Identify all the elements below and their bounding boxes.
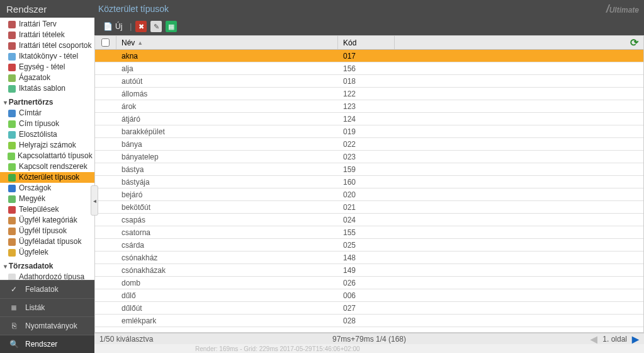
tree-cimtar[interactable]: Címtár bbox=[0, 108, 94, 119]
tree-iktatokonyv-tetel[interactable]: Iktatókönyv - tétel bbox=[0, 51, 94, 62]
table-row[interactable]: akna017 bbox=[95, 50, 643, 62]
cell-name: alja bbox=[116, 64, 338, 73]
tree-irattari-tetel-csoportok-label: Irattári tétel csoportok bbox=[19, 41, 91, 50]
refresh-icon[interactable]: ⟳ bbox=[630, 37, 638, 49]
table-row[interactable]: átjáró124 bbox=[95, 113, 643, 125]
tree-adathordozo-tipusa[interactable]: Adathordozó típusa bbox=[0, 272, 94, 280]
tree-irattari-tetelek[interactable]: Irattári tételek bbox=[0, 30, 94, 40]
col-header-name[interactable]: Név ▲ bbox=[116, 36, 338, 49]
edit-button[interactable]: ✎ bbox=[150, 21, 162, 32]
tree-agazatok[interactable]: Ágazatok bbox=[0, 72, 94, 83]
tree-helyrajzi-szamok[interactable]: Helyrajzi számok bbox=[0, 140, 94, 151]
tree-telepulesek[interactable]: Települések bbox=[0, 204, 94, 215]
group-torzsadatok[interactable]: Törzsadatok bbox=[0, 260, 94, 272]
select-all-checkbox[interactable] bbox=[101, 38, 110, 47]
tree-orszagok-label: Országok bbox=[19, 183, 51, 193]
cell-name: bánya bbox=[116, 140, 338, 149]
nav-feladatok[interactable]: ✓Feladatok bbox=[0, 280, 94, 298]
tree-orszagok-icon bbox=[8, 184, 16, 193]
export-excel-button[interactable]: ▦ bbox=[166, 21, 177, 32]
sidebar-collapse-handle[interactable]: ◂ bbox=[91, 185, 98, 216]
tree-egyseg-tetel[interactable]: Egység - tétel bbox=[0, 62, 94, 72]
cell-name: bástya bbox=[116, 165, 338, 174]
tree-orszagok[interactable]: Országok bbox=[0, 183, 94, 194]
tree-kapcsolattarto-tipusok[interactable]: Kapcsolattartó típusok bbox=[0, 151, 94, 161]
cell-code: 159 bbox=[338, 165, 395, 174]
status-timing: 97ms+79ms 1/4 (168) bbox=[332, 335, 406, 344]
nav-tree: Irattári TervIrattári tételekIrattári té… bbox=[0, 18, 94, 280]
sort-asc-icon: ▲ bbox=[137, 40, 143, 46]
table-row[interactable]: bánya022 bbox=[95, 138, 643, 151]
tree-kozterulet-tipusok[interactable]: Közterület típusok bbox=[0, 172, 94, 183]
table-row[interactable]: alja156 bbox=[95, 62, 643, 75]
delete-button[interactable]: ✖ bbox=[135, 21, 147, 32]
table-row[interactable]: bányatelep023 bbox=[95, 151, 643, 163]
table-row[interactable]: bejáró020 bbox=[95, 188, 643, 201]
table-row[interactable]: dűlőút027 bbox=[95, 302, 643, 315]
cell-code: 020 bbox=[338, 190, 395, 199]
table-row[interactable]: emlékpark028 bbox=[95, 315, 643, 327]
nav-listak-label: Listák bbox=[25, 303, 45, 312]
nav-feladatok-label: Feladatok bbox=[25, 285, 59, 294]
tree-ugyfel-kategoriak[interactable]: Ügyfél kategóriák bbox=[0, 215, 94, 226]
tree-cimtar-icon bbox=[8, 109, 16, 118]
cell-code: 023 bbox=[338, 153, 395, 161]
tree-irattari-terv[interactable]: Irattári Terv bbox=[0, 19, 94, 30]
tree-ugyfelek-icon bbox=[8, 248, 16, 257]
tree-kapcsolt-rendszerek[interactable]: Kapcsolt rendszerek bbox=[0, 161, 94, 172]
table-row[interactable]: csatorna155 bbox=[95, 226, 643, 239]
table-row[interactable]: csónakház148 bbox=[95, 252, 643, 264]
table-row[interactable]: domb026 bbox=[95, 277, 643, 289]
group-partnertorzs[interactable]: Partnertörzs bbox=[0, 96, 94, 108]
table-row[interactable]: csárda025 bbox=[95, 239, 643, 252]
pager-next[interactable]: ▶ bbox=[632, 334, 639, 344]
col-header-code[interactable]: Kód bbox=[338, 36, 395, 49]
table-row[interactable]: barakképület019 bbox=[95, 125, 643, 138]
table-row[interactable]: bástyája160 bbox=[95, 176, 643, 188]
tree-kozterulet-tipusok-icon bbox=[8, 173, 16, 182]
table-row[interactable]: állomás122 bbox=[95, 88, 643, 100]
table-row[interactable]: bekötőút021 bbox=[95, 201, 643, 214]
tree-kozterulet-tipusok-label: Közterület típusok bbox=[19, 173, 79, 182]
tree-adathordozo-tipusa-icon bbox=[8, 273, 16, 281]
bottom-nav: ✓Feladatok≣Listák⎘Nyomtatványok🔍Rendszer bbox=[0, 280, 94, 353]
tree-cim-tipusok[interactable]: Cím típusok bbox=[0, 119, 94, 129]
tree-helyrajzi-szamok-label: Helyrajzi számok bbox=[19, 141, 76, 150]
tree-ugyfel-tipusok[interactable]: Ügyfél típusok bbox=[0, 226, 94, 236]
table-row[interactable]: bástya159 bbox=[95, 163, 643, 176]
pager-prev[interactable]: ◀ bbox=[590, 334, 597, 344]
table-row[interactable]: csónakházak149 bbox=[95, 264, 643, 277]
debug-footer: Render: 169ms - Grid: 229ms 2017-05-29T1… bbox=[94, 344, 644, 353]
nav-listak[interactable]: ≣Listák bbox=[0, 298, 94, 316]
tree-ugyfeladat-tipusok[interactable]: Ügyféladat típusok bbox=[0, 236, 94, 247]
select-all-cell[interactable] bbox=[95, 36, 116, 49]
table-row[interactable]: csapás024 bbox=[95, 214, 643, 226]
tree-iktatas-sablon[interactable]: Iktatás sablon bbox=[0, 83, 94, 94]
table-row[interactable]: autóút018 bbox=[95, 75, 643, 88]
table-row[interactable]: árok123 bbox=[95, 100, 643, 113]
tree-ugyfelek[interactable]: Ügyfelek bbox=[0, 247, 94, 258]
cell-name: dűlőút bbox=[116, 304, 338, 313]
tree-megyek[interactable]: Megyék bbox=[0, 194, 94, 204]
cell-name: barakképület bbox=[116, 127, 338, 136]
tree-iktatokonyv-tetel-label: Iktatókönyv - tétel bbox=[19, 52, 78, 61]
tree-telepulesek-label: Települések bbox=[19, 205, 59, 214]
nav-rendszer[interactable]: 🔍Rendszer bbox=[0, 335, 94, 353]
brand-logo: /Ultimate bbox=[606, 3, 639, 16]
nav-nyomtatvanyok[interactable]: ⎘Nyomtatványok bbox=[0, 316, 94, 335]
tree-cimtar-label: Címtár bbox=[19, 108, 42, 118]
tree-irattari-tetel-csoportok[interactable]: Irattári tétel csoportok bbox=[0, 40, 94, 51]
table-row[interactable]: dűlő006 bbox=[95, 289, 643, 302]
cell-name: árok bbox=[116, 102, 338, 111]
tree-agazatok-icon bbox=[8, 74, 16, 83]
nav-rendszer-icon: 🔍 bbox=[9, 340, 19, 349]
cell-name: autóút bbox=[116, 77, 338, 86]
pager-label: 1. oldal bbox=[602, 335, 627, 344]
new-button[interactable]: 📄 Új bbox=[99, 21, 126, 32]
toolbar: 📄 Új | ✖ ✎ ▦ bbox=[94, 18, 644, 35]
cell-name: akna bbox=[116, 52, 338, 61]
cell-code: 024 bbox=[338, 216, 395, 224]
nav-nyomtatvanyok-icon: ⎘ bbox=[9, 321, 19, 330]
tree-irattari-tetelek-icon bbox=[8, 31, 16, 40]
tree-elosztolista[interactable]: Elosztólista bbox=[0, 129, 94, 140]
